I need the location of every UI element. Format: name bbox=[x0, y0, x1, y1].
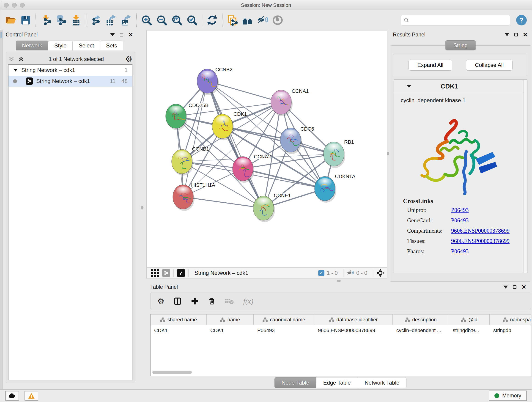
zoom-selected-icon[interactable] bbox=[184, 12, 200, 28]
zoom-window-button[interactable] bbox=[20, 3, 25, 7]
import-network-from-database-icon[interactable] bbox=[53, 12, 69, 28]
search-box[interactable] bbox=[401, 15, 510, 26]
birds-eye-view-icon[interactable] bbox=[376, 269, 385, 277]
column-header-canonicalname[interactable]: canonical name bbox=[254, 314, 314, 325]
collapse-all-button[interactable]: Collapse All bbox=[466, 60, 513, 70]
first-neighbors-icon[interactable] bbox=[240, 12, 255, 28]
table-cell[interactable]: stringdb bbox=[490, 325, 531, 336]
table-cell[interactable]: P06493 bbox=[254, 325, 314, 336]
tab-network-table[interactable]: Network Table bbox=[358, 377, 407, 388]
split-column-icon[interactable] bbox=[173, 297, 182, 305]
panel-close-icon[interactable]: ✕ bbox=[523, 32, 528, 38]
table-settings-gear-icon[interactable]: ⚙ bbox=[157, 297, 164, 305]
right-divider-handle[interactable] bbox=[387, 152, 389, 155]
export-network-icon[interactable] bbox=[89, 12, 104, 28]
table-row[interactable]: CDK1CDK1P064939606.ENSP00000378699cyclin… bbox=[151, 325, 531, 336]
open-session-icon[interactable] bbox=[3, 12, 18, 28]
panel-float-icon[interactable] bbox=[514, 33, 518, 36]
collapse-all-icon[interactable] bbox=[8, 56, 15, 62]
table-cell[interactable]: 9606.ENSP00000378699 bbox=[314, 325, 393, 336]
panel-close-icon[interactable]: ✕ bbox=[128, 32, 133, 38]
panel-float-icon[interactable] bbox=[513, 285, 516, 289]
results-scrollbar[interactable] bbox=[524, 80, 527, 273]
add-column-icon[interactable] bbox=[191, 297, 199, 305]
column-header-id[interactable]: @id bbox=[449, 314, 490, 325]
left-divider-handle[interactable] bbox=[141, 206, 143, 210]
duplicate-network-icon[interactable] bbox=[225, 12, 240, 28]
tab-network[interactable]: Network bbox=[16, 41, 48, 51]
export-image-icon[interactable] bbox=[119, 12, 134, 28]
column-header-databaseidentifier[interactable]: database identifier bbox=[314, 314, 393, 325]
table-cell[interactable]: cyclin–dependent ... bbox=[393, 325, 449, 336]
expand-all-icon[interactable] bbox=[18, 56, 24, 62]
crosslink-link[interactable]: P06493 bbox=[451, 248, 469, 255]
network-collection-row[interactable]: String Network – cdk1 1 bbox=[8, 65, 132, 76]
crosslink-link[interactable]: 9606.ENSP00000378699 bbox=[451, 238, 510, 244]
search-input[interactable] bbox=[409, 17, 507, 23]
crosslink-link[interactable]: 9606.ENSP00000378699 bbox=[451, 228, 510, 234]
cloud-status-button[interactable] bbox=[5, 391, 19, 401]
panel-menu-icon[interactable] bbox=[503, 286, 508, 288]
tab-sets[interactable]: Sets bbox=[100, 41, 123, 51]
selected-checkbox-icon[interactable]: ✓ bbox=[318, 270, 324, 276]
export-table-icon[interactable] bbox=[104, 12, 119, 28]
entry-collapse-icon[interactable] bbox=[407, 85, 411, 88]
network-row-selected[interactable]: String Network – cdk1 11 48 bbox=[8, 76, 132, 87]
panel-menu-icon[interactable] bbox=[505, 33, 509, 36]
collection-expand-icon[interactable] bbox=[13, 69, 18, 71]
table-cell[interactable]: CDK1 bbox=[207, 325, 254, 336]
zoom-fit-content-icon[interactable] bbox=[169, 12, 184, 28]
panel-float-icon[interactable] bbox=[120, 33, 123, 36]
table-horizontal-scrollbar[interactable] bbox=[152, 370, 192, 374]
panel-close-icon[interactable]: ✕ bbox=[521, 284, 526, 290]
delete-column-icon[interactable] bbox=[208, 297, 215, 305]
table-cell[interactable]: CDK1 bbox=[151, 325, 207, 336]
import-table-from-file-icon[interactable] bbox=[69, 12, 84, 28]
results-panel-header: Results Panel ✕ bbox=[390, 30, 532, 39]
show-hidden-icon[interactable] bbox=[270, 12, 285, 28]
close-window-button[interactable] bbox=[4, 3, 9, 7]
import-network-from-file-icon[interactable] bbox=[38, 12, 53, 28]
network-thumbnail-icon[interactable] bbox=[162, 269, 170, 277]
tab-style[interactable]: Style bbox=[48, 41, 73, 51]
bottom-divider-handle[interactable] bbox=[337, 280, 341, 282]
grid-view-icon[interactable] bbox=[151, 269, 159, 277]
refresh-view-icon[interactable] bbox=[205, 12, 220, 28]
panel-menu-icon[interactable] bbox=[110, 33, 115, 36]
memory-indicator[interactable]: Memory bbox=[489, 390, 527, 401]
hide-selected-icon[interactable] bbox=[255, 12, 270, 28]
network-view-panel: CCNB2CCNA1CDC25BCDK1CDC6RB1CCNB1CCNA2CDK… bbox=[138, 30, 390, 283]
column-header-description[interactable]: description bbox=[393, 314, 449, 325]
column-header-sharedname[interactable]: shared name bbox=[151, 314, 207, 325]
column-header-name[interactable]: name bbox=[207, 314, 254, 325]
warning-status-button[interactable] bbox=[25, 391, 38, 401]
expand-all-button[interactable]: Expand All bbox=[409, 60, 452, 70]
function-builder-icon[interactable]: f(x) bbox=[243, 297, 253, 306]
save-session-icon[interactable] bbox=[18, 12, 33, 28]
table-cell[interactable]: stringdb:9... bbox=[449, 325, 490, 336]
network-node-count: 11 bbox=[110, 78, 115, 84]
column-header-namespace[interactable]: namespace bbox=[490, 314, 531, 325]
minimize-window-button[interactable] bbox=[12, 3, 17, 7]
zoom-out-icon[interactable] bbox=[154, 12, 169, 28]
tab-string[interactable]: String bbox=[445, 40, 476, 51]
network-selection-status: 1 of 1 Network selected bbox=[27, 56, 125, 62]
delete-table-icon[interactable] bbox=[225, 297, 234, 305]
network-options-gear-icon[interactable]: ⚙ bbox=[125, 55, 133, 63]
tab-select[interactable]: Select bbox=[72, 41, 100, 51]
crosslink-link[interactable]: P06493 bbox=[451, 217, 469, 224]
detach-view-icon[interactable] bbox=[177, 269, 185, 277]
zoom-in-icon[interactable] bbox=[139, 12, 154, 28]
node-entry-header[interactable]: CDK1 bbox=[394, 80, 527, 93]
column-type-icon bbox=[220, 317, 225, 322]
crosslink-label: Tissues: bbox=[403, 238, 451, 244]
tab-edge-table[interactable]: Edge Table bbox=[316, 377, 358, 388]
memory-status-dot bbox=[494, 393, 499, 398]
crosslink-link[interactable]: P06493 bbox=[451, 207, 469, 213]
network-graph[interactable]: CCNB2CCNA1CDC25BCDK1CDC6RB1CCNB1CCNA2CDK… bbox=[147, 31, 387, 267]
node-label: HIST1H1A bbox=[191, 182, 215, 188]
window-controls bbox=[4, 3, 25, 7]
tab-node-table[interactable]: Node Table bbox=[274, 377, 317, 388]
help-icon[interactable]: ? bbox=[516, 15, 527, 26]
network-canvas[interactable]: CCNB2CCNA1CDC25BCDK1CDC6RB1CCNB1CCNA2CDK… bbox=[146, 30, 387, 268]
